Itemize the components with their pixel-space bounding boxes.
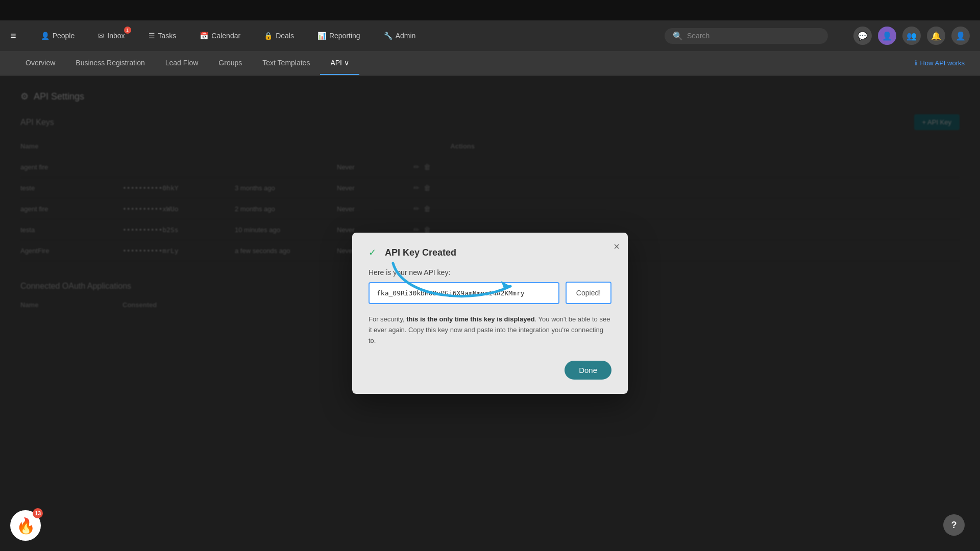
user-icon-btn[interactable]: 👤 bbox=[878, 27, 896, 45]
nav-item-people[interactable]: 👤 People bbox=[37, 29, 79, 43]
api-key-input[interactable] bbox=[369, 282, 559, 304]
subnav-overview[interactable]: Overview bbox=[15, 52, 65, 75]
nav-item-deals[interactable]: 🔒 Deals bbox=[260, 29, 298, 43]
modal-footer: Done bbox=[369, 361, 611, 380]
how-api-works-label: How API works bbox=[920, 59, 965, 67]
flame-badge: 13 bbox=[33, 508, 43, 518]
done-button[interactable]: Done bbox=[565, 361, 611, 380]
subnav-api[interactable]: API ∨ bbox=[320, 52, 359, 75]
modal-label: Here is your new API key: bbox=[369, 268, 611, 277]
flame-icon-container[interactable]: 🔥 13 bbox=[10, 510, 41, 541]
flame-emoji: 🔥 bbox=[16, 517, 35, 535]
team-icon-btn[interactable]: 👥 bbox=[902, 27, 921, 45]
tasks-icon: ☰ bbox=[149, 32, 155, 40]
subnav-text-templates[interactable]: Text Templates bbox=[252, 52, 320, 75]
main-content: ⚙ API Settings API Keys + API Key Name A… bbox=[0, 76, 980, 551]
api-key-row: Copied! bbox=[369, 282, 611, 304]
inbox-icon: ✉ bbox=[98, 32, 104, 40]
search-input[interactable] bbox=[687, 32, 820, 40]
modal-security-text: For security, this is the only time this… bbox=[369, 314, 611, 346]
inbox-badge: 1 bbox=[124, 27, 131, 34]
modal-header: ✓ API Key Created bbox=[369, 247, 611, 258]
notification-icon-btn[interactable]: 🔔 bbox=[927, 27, 945, 45]
nav-item-reporting[interactable]: 📊 Reporting bbox=[313, 29, 364, 43]
nav-search-box: 🔍 bbox=[665, 28, 828, 44]
admin-icon: 🔧 bbox=[384, 32, 393, 40]
modal-overlay: ✓ API Key Created × Here is your new API… bbox=[0, 76, 980, 551]
nav-item-admin[interactable]: 🔧 Admin bbox=[380, 29, 420, 43]
nav-label-reporting: Reporting bbox=[329, 32, 360, 40]
security-text-prefix: For security, bbox=[369, 315, 406, 323]
nav-label-admin: Admin bbox=[396, 32, 416, 40]
help-button[interactable]: ? bbox=[943, 514, 965, 536]
subnav-lead-flow[interactable]: Lead Flow bbox=[155, 52, 209, 75]
subnav-groups[interactable]: Groups bbox=[208, 52, 252, 75]
nav-inbox-wrapper: ✉ Inbox 1 bbox=[94, 29, 129, 43]
check-icon: ✓ bbox=[369, 247, 380, 258]
nav-label-inbox: Inbox bbox=[107, 32, 125, 40]
subnav-business-registration[interactable]: Business Registration bbox=[65, 52, 155, 75]
calendar-icon: 📅 bbox=[200, 32, 208, 40]
api-key-created-modal: ✓ API Key Created × Here is your new API… bbox=[352, 233, 628, 393]
sub-nav: Overview Business Registration Lead Flow… bbox=[0, 51, 980, 76]
copied-button[interactable]: Copied! bbox=[566, 282, 611, 304]
nav-item-calendar[interactable]: 📅 Calendar bbox=[195, 29, 244, 43]
info-icon: ℹ bbox=[915, 59, 917, 67]
how-api-works-link[interactable]: ℹ How API works bbox=[915, 59, 965, 67]
flame-circle: 🔥 13 bbox=[10, 510, 41, 541]
nav-item-tasks[interactable]: ☰ Tasks bbox=[144, 29, 181, 43]
modal-title: API Key Created bbox=[385, 247, 456, 258]
nav-label-deals: Deals bbox=[276, 32, 294, 40]
reporting-icon: 📊 bbox=[317, 32, 326, 40]
nav-label-tasks: Tasks bbox=[158, 32, 177, 40]
deals-icon: 🔒 bbox=[264, 32, 273, 40]
nav-right-icons: 💬 👤 👥 🔔 👤 bbox=[853, 27, 970, 45]
top-bar bbox=[0, 0, 980, 20]
nav-label-calendar: Calendar bbox=[211, 32, 240, 40]
modal-close-button[interactable]: × bbox=[614, 241, 620, 253]
people-icon: 👤 bbox=[41, 32, 50, 40]
avatar-btn[interactable]: 👤 bbox=[951, 27, 970, 45]
security-text-bold: this is the only time this key is displa… bbox=[406, 315, 534, 323]
search-icon: 🔍 bbox=[673, 31, 683, 41]
nav-label-people: People bbox=[53, 32, 75, 40]
nav-bar: ≡ 👤 People ✉ Inbox 1 ☰ Tasks 📅 Calendar … bbox=[0, 20, 980, 51]
nav-logo: ≡ bbox=[10, 30, 16, 42]
chat-icon-btn[interactable]: 💬 bbox=[853, 27, 872, 45]
